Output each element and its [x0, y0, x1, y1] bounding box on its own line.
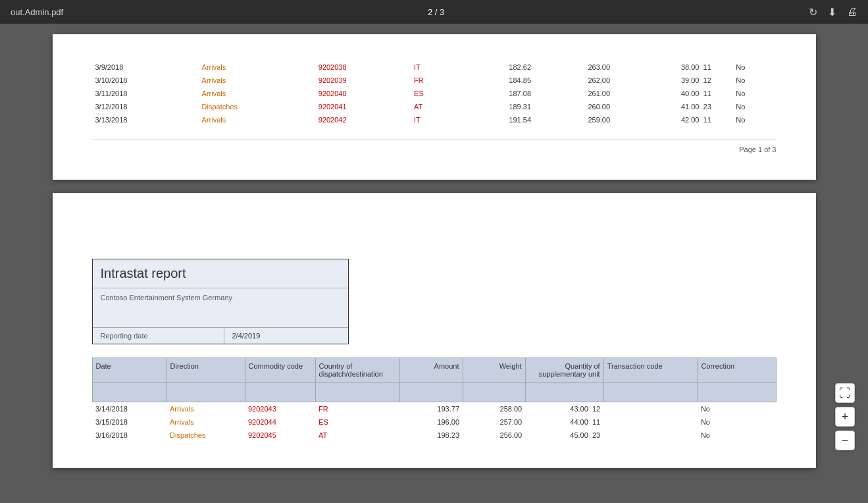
cell-date: 3/12/2018: [92, 100, 199, 113]
cell-country: FR: [411, 74, 455, 87]
table-row: 3/13/2018 Arrivals 9202042 IT 191.54 259…: [92, 113, 777, 126]
cell-correction: No: [698, 415, 776, 429]
cell-date: 3/14/2018: [92, 402, 166, 416]
cell-commodity: 9202045: [245, 429, 315, 442]
report-title: Intrastat report: [93, 259, 348, 288]
cell-commodity: 9202044: [245, 415, 315, 429]
cell-amount: 184.85: [455, 74, 534, 87]
cell-transaction: [603, 429, 698, 442]
report-header-box: Intrastat report Contoso Entertainment S…: [92, 259, 349, 344]
cell-weight: 259.00: [534, 113, 613, 126]
col-header-weight: Weight: [463, 358, 525, 383]
pdf-viewport[interactable]: 3/9/2018 Arrivals 9202038 IT 182.62 263.…: [0, 24, 868, 503]
cell-correction: No: [698, 402, 776, 416]
cell-weight: 263.00: [534, 61, 613, 74]
cell-country: IT: [411, 61, 455, 74]
cell-country: ES: [411, 87, 455, 100]
cell-date: 3/9/2018: [92, 61, 199, 74]
cell-amount: 196.00: [400, 415, 463, 429]
table-header-row: Date Direction Commodity code Country of…: [92, 358, 776, 383]
cell-qty: 44.00 11: [525, 415, 603, 429]
pdf-page-2: Intrastat report Contoso Entertainment S…: [53, 193, 816, 468]
cell-commodity: 9202040: [315, 87, 411, 100]
table-header-spacer: [92, 383, 776, 402]
col-header-direction: Direction: [166, 358, 245, 383]
zoom-out-button[interactable]: −: [835, 431, 855, 450]
cell-commodity: 9202043: [245, 402, 315, 416]
cell-transaction: [715, 87, 733, 100]
cell-amount: 182.62: [455, 61, 534, 74]
cell-transaction: [603, 402, 698, 416]
col-header-qty: Quantity of supplementary unit: [525, 358, 603, 383]
cell-weight: 256.00: [463, 429, 525, 442]
col-header-country: Country of dispatch/destination: [315, 358, 400, 383]
cell-transaction: [603, 415, 698, 429]
table-row: 3/16/2018 Dispatches 9202045 AT 198.23 2…: [92, 429, 776, 442]
col-header-correction: Correction: [698, 358, 776, 383]
cell-commodity: 9202039: [315, 74, 411, 87]
cell-correction: No: [698, 429, 776, 442]
page-indicator: 2 / 3: [428, 7, 444, 17]
cell-country: AT: [411, 100, 455, 113]
pdf-page-1: 3/9/2018 Arrivals 9202038 IT 182.62 263.…: [53, 34, 816, 180]
cell-correction: No: [732, 61, 776, 74]
cell-weight: 260.00: [534, 100, 613, 113]
table-row: 3/10/2018 Arrivals 9202039 FR 184.85 262…: [92, 74, 777, 87]
fit-zoom-button[interactable]: ⛶: [835, 383, 855, 403]
cell-qty: 40.00 11: [613, 87, 715, 100]
cell-amount: 187.08: [455, 87, 534, 100]
cell-qty: 42.00 11: [613, 113, 715, 126]
cell-date: 3/10/2018: [92, 74, 199, 87]
cell-direction: Arrivals: [166, 415, 245, 429]
table-row: 3/9/2018 Arrivals 9202038 IT 182.62 263.…: [92, 61, 777, 74]
cell-country: ES: [315, 415, 400, 429]
cell-weight: 257.00: [463, 415, 525, 429]
cell-date: 3/16/2018: [92, 429, 166, 442]
col-header-commodity: Commodity code: [245, 358, 315, 383]
cell-direction: Dispatches: [199, 100, 315, 113]
cell-transaction: [715, 74, 733, 87]
refresh-icon[interactable]: ↻: [809, 6, 817, 18]
download-icon[interactable]: ⬇: [828, 6, 836, 18]
cell-qty: 38.00 11: [613, 61, 715, 74]
print-icon[interactable]: 🖨: [847, 6, 857, 18]
cell-qty: 41.00 23: [613, 100, 715, 113]
cell-direction: Arrivals: [199, 61, 315, 74]
table-row: 3/11/2018 Arrivals 9202040 ES 187.08 261…: [92, 87, 777, 100]
toolbar-actions: ↻ ⬇ 🖨: [809, 6, 857, 18]
cell-correction: No: [732, 87, 776, 100]
cell-commodity: 9202042: [315, 113, 411, 126]
cell-amount: 198.23: [400, 429, 463, 442]
cell-weight: 262.00: [534, 74, 613, 87]
table-row: 3/14/2018 Arrivals 9202043 FR 193.77 258…: [92, 402, 776, 416]
cell-commodity: 9202038: [315, 61, 411, 74]
toolbar: out.Admin.pdf 2 / 3 ↻ ⬇ 🖨: [0, 0, 868, 24]
cell-correction: No: [732, 74, 776, 87]
cell-transaction: [715, 113, 733, 126]
cell-qty: 45.00 23: [525, 429, 603, 442]
cell-country: AT: [315, 429, 400, 442]
cell-direction: Arrivals: [199, 87, 315, 100]
cell-amount: 189.31: [455, 100, 534, 113]
cell-country: IT: [411, 113, 455, 126]
cell-direction: Arrivals: [199, 74, 315, 87]
cell-transaction: [715, 61, 733, 74]
cell-direction: Dispatches: [166, 429, 245, 442]
data-table-page1: 3/9/2018 Arrivals 9202038 IT 182.62 263.…: [92, 61, 777, 126]
col-header-date: Date: [92, 358, 166, 383]
col-header-amount: Amount: [400, 358, 463, 383]
data-table-page2: Date Direction Commodity code Country of…: [92, 357, 777, 442]
page-footer-1: Page 1 of 3: [92, 140, 777, 153]
cell-date: 3/13/2018: [92, 113, 199, 126]
cell-direction: Arrivals: [166, 402, 245, 416]
cell-weight: 258.00: [463, 402, 525, 416]
cell-correction: No: [732, 100, 776, 113]
cell-commodity: 9202041: [315, 100, 411, 113]
zoom-in-button[interactable]: +: [835, 407, 855, 427]
cell-country: FR: [315, 402, 400, 416]
reporting-date-label: Reporting date: [93, 328, 224, 344]
cell-date: 3/11/2018: [92, 87, 199, 100]
cell-direction: Arrivals: [199, 113, 315, 126]
cell-amount: 193.77: [400, 402, 463, 416]
reporting-date-value: 2/4/2019: [224, 328, 268, 344]
